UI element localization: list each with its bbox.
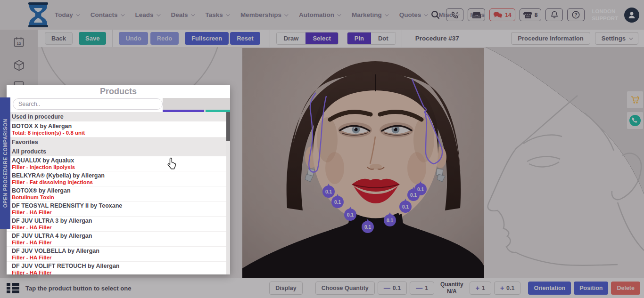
product-name: DF JUV ULTRA 4 by Allergan [12,233,225,240]
menu-item-label: Contacts [91,11,118,18]
delete-button[interactable]: Delete [611,282,640,295]
position-button[interactable]: Position [574,282,608,295]
open-procedure-comparison-ribbon[interactable]: OPEN PROCEDURE COMPARISON [0,97,10,229]
products-search-input[interactable] [13,98,163,110]
cart-icon [630,95,640,105]
help-button[interactable]: ? [567,8,585,21]
used-items: BOTOX X by AllerganTotal: 8 injection(s)… [7,121,230,137]
chevron-down-icon [121,12,124,16]
injection-pin[interactable]: 0.1 [399,201,412,213]
injection-pin[interactable]: 0.1 [414,183,427,195]
injection-pin[interactable]: 0.1 [344,209,356,221]
settings-label: Settings [602,35,626,42]
pin-value: 0.1 [364,225,371,230]
products-scrollbar[interactable] [226,112,230,274]
fullscreen-button[interactable]: Fullscreen [185,32,229,45]
injection-pin[interactable]: 0.1 [362,221,374,233]
chat-notifications-button[interactable]: 14 [489,8,515,21]
product-list-item[interactable]: BELKYRA® (Kybella) by AllerganFiller - F… [7,171,230,186]
product-list-item[interactable]: BOTOX® by AllerganBotulinum Toxin [7,186,230,201]
step-value: 1 [425,285,428,291]
menu-item-label: Marketing [352,11,382,18]
product-detail: Filler - HA Filler [12,270,225,274]
product-name: DF JUV VOLIFT RETOUCH by Allergan [12,263,225,270]
menu-item-memberships[interactable]: Memberships [240,11,287,18]
product-list-item[interactable]: DF TEOSYAL REDENSITY II by TeoxaneFiller… [7,201,230,217]
minus-icon: — [416,284,422,292]
menu-item-label: Memberships [240,11,281,18]
choose-quantity-button[interactable]: Choose Quantity [315,282,375,295]
select-mode-button[interactable]: Select [305,32,338,44]
menu-item-deals[interactable]: Deals [171,11,194,18]
quantity-readout: Quantity N/A [440,281,463,295]
location-line2: SUPPORT [592,15,618,22]
procedure-title: Procedure #37 [415,35,459,42]
back-button[interactable]: Back [45,32,73,45]
injection-pin[interactable]: 0.1 [331,196,344,208]
chevron-down-icon [284,12,288,16]
chevron-down-icon [424,12,428,16]
app-logo-icon[interactable] [27,2,49,27]
pin-value: 0.1 [402,204,409,209]
chat-float-button[interactable] [627,112,643,129]
store-button[interactable]: 8 [520,8,542,21]
chevron-down-icon [191,12,195,16]
orientation-button[interactable]: Orientation [528,282,571,295]
tab-indicator-teal[interactable] [206,98,230,112]
menu-item-label: Today [55,11,73,18]
grid-icon[interactable] [7,283,19,293]
top-navbar: TodayContactsLeadsDealsTasksMembershipsA… [0,0,644,30]
settings-button[interactable]: Settings [595,32,638,45]
patient-photo[interactable]: 0.10.10.10.10.10.10.10.1 [242,48,484,278]
cart-float-button[interactable] [627,91,643,108]
reset-button[interactable]: Reset [230,32,260,45]
dot-mode-button[interactable]: Dot [371,32,396,44]
product-list-item[interactable]: BOTOX X by AllerganTotal: 8 injection(s)… [7,121,230,137]
bottom-action-bar: Tap the product button to select one Dis… [0,278,644,298]
product-list-item[interactable]: DF JUV VOLBELLA by AllerganFiller - HA F… [7,247,230,262]
chevron-down-icon [226,12,230,16]
product-name: DF JUV VOLBELLA by Allergan [12,248,225,255]
phone-button[interactable] [446,8,463,21]
menu-item-today[interactable]: Today [55,11,79,18]
menu-item-automation[interactable]: Automation [299,11,340,18]
calendar-icon[interactable]: 12 [14,37,24,47]
menu-item-quotes[interactable]: Quotes [399,11,427,18]
product-name: AQUALUX by Aqualux [12,157,225,164]
pin-value: 0.1 [417,187,424,192]
redo-button[interactable]: Redo [150,32,179,45]
draw-mode-button[interactable]: Draw [277,32,306,44]
plus-1-button[interactable]: + 1 [470,282,491,295]
plus-0.1-button[interactable]: + 0.1 [494,282,521,295]
pin-mode-button[interactable]: Pin [347,32,371,44]
inbox-button[interactable] [468,8,485,21]
pin-value: 0.1 [347,212,354,217]
save-button[interactable]: Save [79,32,106,45]
store-icon [523,11,532,19]
search-icon[interactable] [430,10,440,20]
display-button[interactable]: Display [269,282,302,295]
injection-pin[interactable]: 0.1 [384,214,396,226]
minus-0.1-button[interactable]: — 0.1 [378,282,407,295]
product-list-item[interactable]: AQUALUX by AqualuxFiller - Injection lip… [7,156,230,171]
procedure-information-button[interactable]: Procedure Information [511,32,590,45]
notifications-button[interactable] [545,8,563,21]
all-items: AQUALUX by AqualuxFiller - Injection lip… [7,156,230,274]
undo-button[interactable]: Undo [119,32,148,45]
minus-1-button[interactable]: — 1 [410,282,434,295]
product-list-item[interactable]: DF JUV VOLIFT RETOUCH by AllerganFiller … [7,262,230,274]
tab-indicator-purple[interactable] [163,98,204,112]
menu-item-leads[interactable]: Leads [135,11,159,18]
cube-icon[interactable] [14,60,25,71]
menu-item-contacts[interactable]: Contacts [91,11,124,18]
products-tabs [163,98,230,112]
menu-item-tasks[interactable]: Tasks [206,11,229,18]
product-list-item[interactable]: DF JUV ULTRA 3 by AllerganFiller - HA Fi… [7,217,230,232]
scrollbar-thumb[interactable] [226,112,230,141]
menu-item-marketing[interactable]: Marketing [352,11,388,18]
product-detail: Total: 8 injection(s) - 0.8 unit [12,130,225,136]
product-name: BOTOX X by Allergan [12,123,225,130]
product-list-item[interactable]: DF JUV ULTRA 4 by AllerganFiller - HA Fi… [7,232,230,247]
user-avatar[interactable] [624,8,639,23]
injection-pin[interactable]: 0.1 [322,185,335,198]
